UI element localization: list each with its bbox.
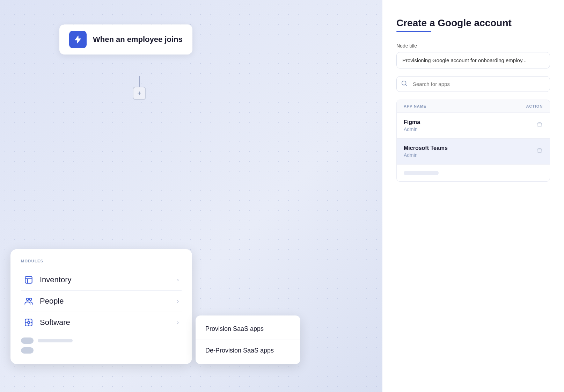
svg-line-1 xyxy=(405,85,407,86)
app-info-teams: Microsoft Teams Admin xyxy=(404,145,448,158)
col-app-name: APP NAME xyxy=(404,104,426,108)
apps-table: APP NAME ACTION Figma Admin Microsoft Te… xyxy=(396,100,550,182)
submenu-item-deprovision[interactable]: De-Provision SaaS apps xyxy=(196,340,300,361)
chevron-right-people: › xyxy=(177,298,179,304)
delete-teams-button[interactable] xyxy=(536,147,543,155)
col-action: ACTION xyxy=(526,104,543,108)
table-row[interactable]: Figma Admin xyxy=(397,113,550,139)
submenu-panel: Provision SaaS apps De-Provision SaaS ap… xyxy=(196,315,300,364)
trigger-node[interactable]: When an employee joins xyxy=(59,24,192,55)
add-node-button[interactable]: + xyxy=(133,87,146,100)
table-placeholder-row xyxy=(397,165,550,181)
table-row-selected[interactable]: Microsoft Teams Admin xyxy=(397,139,550,165)
submenu-item-provision[interactable]: Provision SaaS apps xyxy=(196,318,300,340)
panel-divider xyxy=(396,31,431,32)
modules-placeholder xyxy=(21,337,182,354)
submenu-deprovision-label: De-Provision SaaS apps xyxy=(205,347,274,354)
node-title-input[interactable] xyxy=(396,52,550,68)
module-left-people: People xyxy=(24,296,64,306)
trigger-label: When an employee joins xyxy=(93,35,183,44)
sidebar-item-software[interactable]: Software › xyxy=(21,312,182,333)
svg-point-6 xyxy=(29,298,32,300)
placeholder-toggle-2 xyxy=(21,347,34,354)
app-role-figma: Admin xyxy=(404,126,420,132)
sidebar-item-inventory[interactable]: Inventory › xyxy=(21,269,182,291)
node-title-label: Node title xyxy=(396,43,550,49)
people-label: People xyxy=(40,297,64,306)
app-info-figma: Figma Admin xyxy=(404,119,420,132)
svg-rect-2 xyxy=(25,276,32,283)
chevron-right-inventory: › xyxy=(177,277,179,283)
svg-point-5 xyxy=(27,298,29,300)
search-icon xyxy=(401,80,407,88)
search-wrapper xyxy=(396,76,550,92)
people-icon xyxy=(24,296,34,306)
placeholder-row-2 xyxy=(21,347,182,354)
connector: + xyxy=(133,76,146,100)
search-apps-input[interactable] xyxy=(396,76,550,92)
modules-panel: MODULES Inventory › xyxy=(10,249,192,364)
svg-point-8 xyxy=(28,321,30,324)
connector-line xyxy=(139,76,140,87)
chevron-right-software: › xyxy=(177,319,179,326)
software-icon xyxy=(24,318,34,327)
submenu-provision-label: Provision SaaS apps xyxy=(205,325,264,332)
software-label: Software xyxy=(40,318,70,327)
inventory-label: Inventory xyxy=(40,275,72,284)
table-header: APP NAME ACTION xyxy=(397,100,550,113)
module-left-software: Software xyxy=(24,318,70,327)
placeholder-row-1 xyxy=(21,337,182,344)
app-role-teams: Admin xyxy=(404,152,448,158)
panel-title: Create a Google account xyxy=(396,17,550,29)
placeholder-bar xyxy=(404,171,439,175)
right-panel: Create a Google account Node title APP N… xyxy=(382,0,564,392)
app-name-figma: Figma xyxy=(404,119,420,125)
trigger-icon xyxy=(69,31,87,48)
module-left-inventory: Inventory xyxy=(24,275,72,285)
placeholder-toggle-1 xyxy=(21,337,34,344)
app-name-teams: Microsoft Teams xyxy=(404,145,448,151)
modules-section-label: MODULES xyxy=(21,259,182,263)
inventory-icon xyxy=(24,275,34,285)
delete-figma-button[interactable] xyxy=(536,122,543,130)
placeholder-text-1 xyxy=(38,339,73,342)
sidebar-item-people[interactable]: People › xyxy=(21,291,182,312)
